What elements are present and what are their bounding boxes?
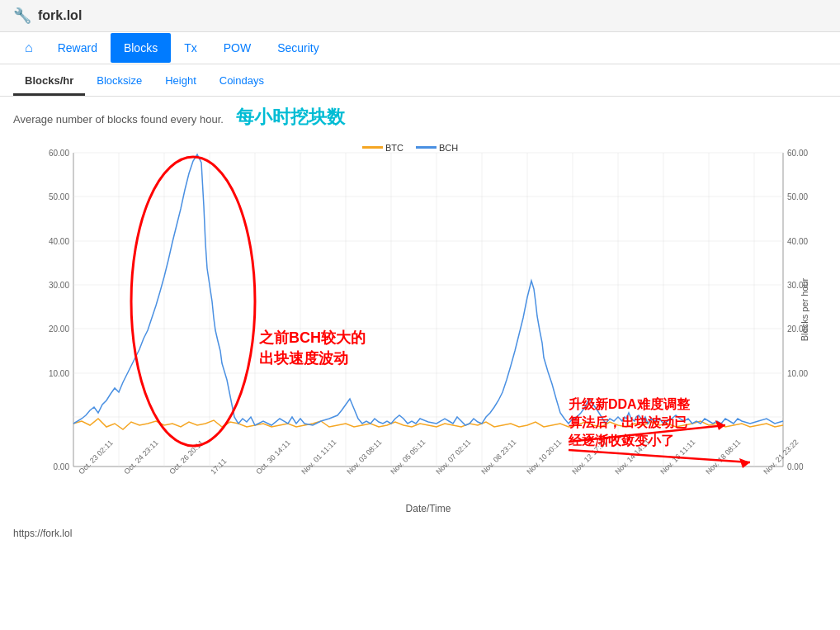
svg-text:算法后，出块波动已: 算法后，出块波动已	[569, 414, 687, 429]
svg-text:10.00: 10.00	[49, 369, 69, 378]
svg-text:升级新DDA难度调整: 升级新DDA难度调整	[568, 396, 691, 411]
svg-rect-57	[362, 146, 383, 149]
svg-text:Oct. 24 23:11: Oct. 24 23:11	[122, 438, 159, 476]
tabs: Blocks/hr Blocksize Height Coindays	[0, 68, 840, 97]
svg-text:出块速度波动: 出块速度波动	[259, 349, 348, 367]
chart-area: Average number of blocks found every hou…	[0, 97, 840, 524]
svg-text:40.00: 40.00	[787, 237, 808, 246]
svg-text:60.00: 60.00	[49, 149, 69, 158]
svg-text:BCH: BCH	[439, 143, 458, 153]
nav-item-blocks[interactable]: Blocks	[111, 33, 171, 63]
svg-text:之前BCH较大的: 之前BCH较大的	[258, 329, 366, 346]
svg-text:Nov. 08 23:11: Nov. 08 23:11	[479, 438, 517, 476]
svg-text:Date/Time: Date/Time	[406, 503, 451, 514]
svg-text:Oct. 30 14:11: Oct. 30 14:11	[254, 438, 291, 476]
svg-text:50.00: 50.00	[787, 192, 808, 201]
svg-text:Nov. 07 02:11: Nov. 07 02:11	[434, 438, 472, 476]
svg-text:Nov. 10 20:11: Nov. 10 20:11	[525, 438, 563, 476]
svg-text:Nov. 01 11:11: Nov. 01 11:11	[300, 438, 337, 476]
svg-text:50.00: 50.00	[49, 192, 69, 201]
svg-text:Nov. 03 08:11: Nov. 03 08:11	[345, 438, 383, 476]
nav-item-pow[interactable]: POW	[210, 33, 264, 63]
logo-text: fork.lol	[38, 8, 82, 23]
chart-description: Average number of blocks found every hou…	[13, 105, 827, 130]
nav-home-icon[interactable]: ⌂	[13, 32, 45, 64]
chart-description-text: Average number of blocks found every hou…	[13, 113, 224, 126]
tab-coindays[interactable]: Coindays	[208, 68, 276, 96]
svg-text:60.00: 60.00	[787, 149, 808, 158]
logo-icon: 🔧	[13, 7, 31, 25]
svg-point-61	[131, 157, 255, 446]
footer-url: https://fork.lol	[0, 524, 840, 542]
navbar: ⌂ Reward Blocks Tx POW Security	[0, 32, 840, 64]
svg-text:40.00: 40.00	[49, 237, 69, 246]
nav-item-security[interactable]: Security	[264, 33, 333, 63]
svg-text:10.00: 10.00	[787, 369, 808, 378]
svg-rect-59	[416, 146, 437, 149]
header: 🔧 fork.lol	[0, 0, 840, 32]
svg-text:20.00: 20.00	[49, 324, 69, 334]
chart-chinese-label: 每小时挖块数	[236, 107, 345, 127]
tab-height[interactable]: Height	[153, 68, 208, 96]
svg-text:Nov. 18 08:11: Nov. 18 08:11	[704, 438, 742, 476]
svg-text:Oct. 23 02:11: Oct. 23 02:11	[77, 438, 114, 476]
svg-text:BTC: BTC	[385, 143, 403, 153]
svg-text:0.00: 0.00	[787, 462, 804, 471]
chart-container: 60.00 50.00 40.00 30.00 20.00 10.00 0.00…	[24, 136, 816, 516]
tab-blocks-hr[interactable]: Blocks/hr	[13, 68, 85, 96]
svg-text:Nov. 05 05:11: Nov. 05 05:11	[389, 438, 427, 476]
nav-item-tx[interactable]: Tx	[171, 33, 210, 63]
svg-text:Blocks per hour: Blocks per hour	[800, 277, 809, 341]
nav-item-reward[interactable]: Reward	[45, 33, 111, 63]
tab-blocksize[interactable]: Blocksize	[85, 68, 153, 96]
chart-svg: 60.00 50.00 40.00 30.00 20.00 10.00 0.00…	[24, 136, 816, 516]
svg-text:0.00: 0.00	[54, 462, 70, 471]
svg-text:30.00: 30.00	[49, 281, 69, 290]
